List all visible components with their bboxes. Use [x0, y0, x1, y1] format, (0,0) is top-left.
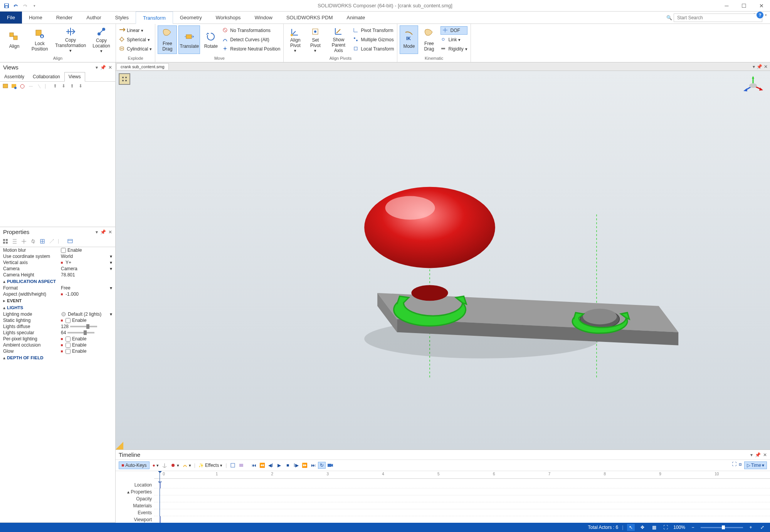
- panel-close-icon[interactable]: ✕: [763, 452, 767, 458]
- timeline-tool-6[interactable]: [239, 463, 244, 468]
- spherical-explode-button[interactable]: Spherical ▾: [119, 35, 152, 44]
- status-fullscreen-icon[interactable]: ⛶: [662, 524, 669, 531]
- align-button[interactable]: Align: [2, 25, 26, 54]
- props-tool-5-icon[interactable]: [39, 238, 46, 245]
- auto-keys-button[interactable]: ■Auto-Keys: [119, 461, 150, 469]
- maximize-button[interactable]: ☐: [735, 0, 753, 12]
- views-tool-6-icon[interactable]: ⬆: [53, 83, 60, 90]
- tab-solidworks-pdm[interactable]: SOLIDWORKS PDM: [279, 12, 340, 24]
- views-tab-assembly[interactable]: Assembly: [0, 72, 29, 81]
- timeline-stop-icon[interactable]: ■: [284, 462, 292, 469]
- panel-close-icon[interactable]: ✕: [108, 65, 112, 70]
- status-fit-icon[interactable]: ⤢: [758, 524, 766, 531]
- redo-icon[interactable]: [21, 2, 29, 10]
- local-transform-button[interactable]: Local Transform: [353, 45, 394, 53]
- timeline-tool-3[interactable]: ▾: [170, 463, 179, 468]
- timeline-first-icon[interactable]: ⏮: [250, 462, 258, 469]
- document-tab[interactable]: crank sub_content.smg: [116, 63, 169, 70]
- track-materials[interactable]: Materials: [116, 502, 152, 509]
- doc-close-icon[interactable]: ✕: [764, 64, 768, 69]
- tab-animate[interactable]: Animate: [340, 12, 372, 24]
- timeline-tool-1[interactable]: ●▾: [153, 463, 159, 468]
- tab-render[interactable]: Render: [49, 12, 80, 24]
- lights-diffuse-field[interactable]: 128: [61, 324, 69, 329]
- props-tool-1-icon[interactable]: [2, 238, 9, 245]
- doc-dropdown-icon[interactable]: ▾: [753, 64, 755, 69]
- copy-location-button[interactable]: Copy Location▾: [89, 25, 113, 54]
- lock-position-button[interactable]: Lock Position: [28, 25, 52, 54]
- views-tab-collaboration[interactable]: Collaboration: [29, 72, 64, 81]
- detect-curves-button[interactable]: Detect Curves (Alt): [222, 35, 280, 44]
- status-grid-icon[interactable]: ▦: [650, 524, 658, 531]
- views-tool-2-icon[interactable]: [11, 83, 18, 90]
- panel-dropdown-icon[interactable]: ▾: [750, 452, 753, 458]
- lights-specular-slider[interactable]: [67, 332, 94, 333]
- views-tool-8-icon[interactable]: ⬆: [70, 83, 77, 90]
- lighting-mode-dropdown[interactable]: Default (2 lights)▾: [61, 311, 112, 317]
- undo-icon[interactable]: [12, 2, 20, 10]
- time-mode-button[interactable]: ▷ Time ▾: [744, 461, 767, 469]
- orientation-triad-icon[interactable]: [741, 74, 765, 97]
- panel-pin-icon[interactable]: 📌: [755, 452, 761, 458]
- timeline-ruler[interactable]: 0 1 2 3 4 5 6 7 8 9 10: [154, 471, 770, 479]
- cylindrical-explode-button[interactable]: Cylindrical ▾: [119, 45, 152, 53]
- timeline-loop-icon[interactable]: ↻: [318, 462, 326, 469]
- camera-height-field[interactable]: 78.801: [61, 272, 112, 278]
- qat-dropdown-icon[interactable]: ▾: [30, 2, 39, 10]
- props-tool-6-icon[interactable]: [49, 238, 55, 245]
- tab-workshops[interactable]: Workshops: [209, 12, 248, 24]
- translate-button[interactable]: Translate: [178, 25, 200, 54]
- timeline-step-back-icon[interactable]: ◀Ⅰ: [267, 462, 275, 469]
- timeline-last-icon[interactable]: ⏭: [309, 462, 317, 469]
- file-menu[interactable]: File: [0, 12, 22, 24]
- tab-window[interactable]: Window: [248, 12, 279, 24]
- lights-specular-field[interactable]: 64: [61, 330, 66, 335]
- ambient-occlusion-checkbox[interactable]: [66, 343, 71, 348]
- search-input[interactable]: [674, 13, 762, 22]
- effects-button[interactable]: ✨Effects ▾: [198, 463, 222, 468]
- align-pivot-button[interactable]: Align Pivot▾: [286, 25, 304, 54]
- format-dropdown[interactable]: Free▾: [61, 285, 112, 291]
- pivot-transform-button[interactable]: Pivot Transform: [353, 26, 394, 35]
- track-opacity[interactable]: Opacity: [116, 495, 152, 502]
- tab-transform[interactable]: Transform: [136, 12, 173, 24]
- zoom-out-icon[interactable]: −: [689, 524, 697, 531]
- help-icon[interactable]: ?: [757, 12, 763, 19]
- lights-diffuse-slider[interactable]: [70, 326, 97, 327]
- static-lighting-checkbox[interactable]: [66, 318, 71, 323]
- timeline-camera-icon[interactable]: [326, 462, 334, 469]
- views-tool-7-icon[interactable]: ⬇: [62, 83, 69, 90]
- panel-dropdown-icon[interactable]: ▾: [96, 229, 98, 235]
- track-properties[interactable]: ▴ Properties: [116, 488, 152, 495]
- props-tool-3-icon[interactable]: [21, 238, 28, 245]
- camera-dropdown[interactable]: Camera▾: [61, 266, 112, 271]
- tab-home[interactable]: Home: [22, 12, 49, 24]
- multiple-gizmos-button[interactable]: Multiple Gizmos: [353, 35, 394, 44]
- track-viewport[interactable]: Viewport: [116, 516, 152, 523]
- zoom-slider[interactable]: [701, 527, 743, 528]
- kinematic-free-drag-button[interactable]: Free Drag: [420, 25, 438, 54]
- views-tool-9-icon[interactable]: ⬇: [79, 83, 86, 90]
- copy-transformation-button[interactable]: Copy Transformation▾: [53, 25, 88, 54]
- status-cardinal-icon[interactable]: ✥: [639, 524, 646, 531]
- timeline-next-key-icon[interactable]: ⏩: [301, 462, 309, 469]
- views-tool-5-icon[interactable]: [36, 83, 43, 90]
- timeline-playhead[interactable]: [160, 471, 160, 481]
- collapse-ribbon-icon[interactable]: ˆ: [754, 13, 755, 17]
- timeline-tool-2[interactable]: [162, 463, 167, 468]
- rigidity-button[interactable]: Rigidity ▾: [440, 45, 467, 53]
- views-tool-3-icon[interactable]: [19, 83, 26, 90]
- free-drag-button[interactable]: Free Drag: [158, 25, 177, 54]
- views-tool-1-icon[interactable]: [2, 83, 9, 90]
- aspect-field[interactable]: -1.000: [61, 291, 112, 297]
- props-tool-7-icon[interactable]: [67, 238, 74, 245]
- mode-button[interactable]: IK Mode: [400, 25, 418, 54]
- restore-neutral-button[interactable]: Restore Neutral Position: [222, 45, 280, 53]
- coord-system-dropdown[interactable]: World▾: [61, 254, 112, 259]
- keyframe-location[interactable]: [160, 481, 161, 488]
- timeline-zoom-icon[interactable]: ⧈: [739, 461, 742, 469]
- timeline-tool-5[interactable]: [230, 463, 235, 468]
- tab-author[interactable]: Author: [79, 12, 108, 24]
- 3d-viewport[interactable]: [116, 71, 770, 450]
- viewport-resize-icon[interactable]: [116, 442, 123, 450]
